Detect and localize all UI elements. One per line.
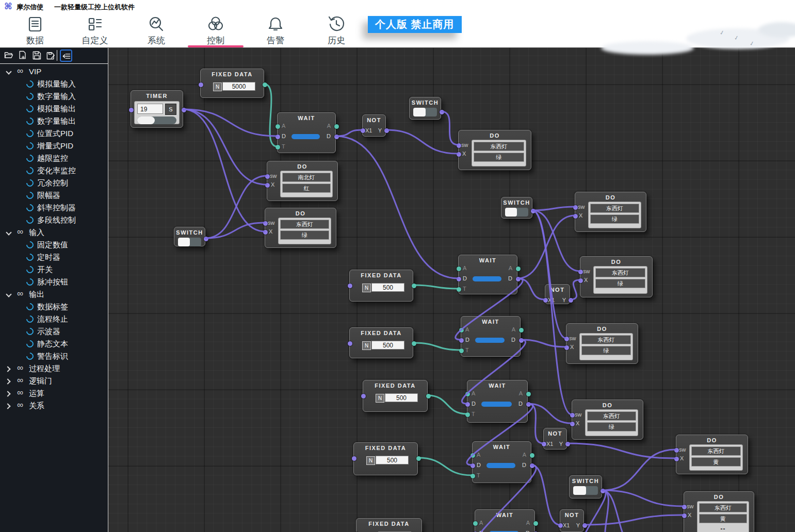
port-in[interactable] (199, 82, 203, 87)
port-Al[interactable] (473, 521, 478, 526)
port-Dl[interactable] (459, 338, 464, 343)
port-out[interactable] (204, 237, 208, 241)
tree-item-脉冲按钮[interactable]: 脉冲按钮 (0, 276, 108, 288)
switch-toggle[interactable] (505, 208, 528, 217)
port-out[interactable] (412, 341, 416, 346)
tree-group-输入[interactable]: ∞输入 (0, 226, 108, 239)
port-out[interactable] (416, 456, 421, 461)
switch-toggle[interactable] (413, 108, 437, 117)
port-in[interactable] (348, 284, 352, 288)
chevron-right-icon[interactable] (5, 366, 10, 372)
tree-item-定时器[interactable]: 定时器 (0, 251, 108, 263)
node-do[interactable]: DOswX东西灯黄-- (684, 491, 754, 532)
tree-item-模拟量输入[interactable]: 模拟量输入 (0, 78, 108, 90)
port-in[interactable] (361, 128, 365, 133)
timer-value-field[interactable]: 19 (137, 104, 163, 114)
port-sw[interactable] (578, 270, 583, 274)
port-sw[interactable] (263, 221, 268, 226)
port-out[interactable] (412, 284, 416, 288)
fixed-value-field[interactable]: 500 (371, 341, 404, 350)
node-not[interactable]: NOTX1Y (560, 509, 584, 532)
node-fixed[interactable]: FIXED DATAN5000 (200, 69, 264, 98)
port-out[interactable] (263, 82, 267, 87)
port-sw[interactable] (674, 448, 679, 453)
port-in[interactable] (129, 108, 134, 112)
tab-历史[interactable]: 历史 (307, 13, 365, 47)
tree-item-越限监控[interactable]: 越限监控 (0, 152, 108, 164)
tree-item-变化率监控[interactable]: 变化率监控 (0, 164, 108, 177)
port-Ar[interactable] (533, 521, 538, 526)
port-Tl[interactable] (459, 348, 464, 353)
tab-自定义[interactable]: 自定义 (66, 13, 124, 47)
fixed-value-field[interactable]: 5000 (222, 82, 255, 91)
node-fixed[interactable]: FIXED DATAN (356, 518, 422, 532)
tree-item-位置式PID[interactable]: 位置式PID (0, 127, 108, 140)
port-Al[interactable] (457, 267, 461, 271)
node-not[interactable]: NOTX1Y (545, 284, 570, 304)
tree-item-限幅器[interactable]: 限幅器 (0, 189, 108, 202)
node-wait[interactable]: WAITADTAD (472, 441, 531, 483)
tree-item-数字量输入[interactable]: 数字量输入 (0, 90, 108, 103)
tree-item-流程终止[interactable]: 流程终止 (0, 313, 108, 325)
chevron-right-icon[interactable] (5, 391, 10, 396)
node-not[interactable]: NOTX1Y (362, 114, 386, 137)
port-out[interactable] (565, 442, 570, 446)
port-Dr[interactable] (530, 463, 534, 468)
tree-item-静态文本[interactable]: 静态文本 (0, 338, 108, 350)
tree-item-多段线控制[interactable]: 多段线控制 (0, 214, 108, 226)
node-fixed[interactable]: FIXED DATAN500 (353, 442, 418, 475)
save-button[interactable] (31, 49, 43, 62)
tab-数据[interactable]: 数据 (6, 13, 64, 47)
tree-item-数据标签[interactable]: 数据标签 (0, 301, 108, 313)
node-wait[interactable]: WAITADTAD (458, 255, 517, 294)
chevron-down-icon[interactable] (6, 291, 11, 297)
port-X[interactable] (265, 183, 270, 188)
tab-控制[interactable]: 控制 (187, 13, 245, 47)
fixed-value-field[interactable]: 500 (385, 393, 418, 402)
port-X[interactable] (674, 457, 679, 461)
tree-group-关系[interactable]: ∞关系 (0, 400, 108, 412)
node-do[interactable]: DOswX东西灯黄-- (676, 435, 748, 474)
port-Tl[interactable] (465, 412, 470, 417)
node-fixed[interactable]: FIXED DATAN500 (363, 380, 428, 412)
port-X[interactable] (682, 513, 687, 518)
node-switch[interactable]: SWITCH (409, 97, 441, 120)
tree-item-示波器[interactable]: 示波器 (0, 325, 108, 338)
port-sw[interactable] (573, 205, 578, 210)
tree-group-VIP[interactable]: ∞VIP (0, 65, 108, 78)
port-X[interactable] (578, 278, 583, 283)
port-Ar[interactable] (516, 267, 521, 271)
tree-group-输出[interactable]: ∞输出 (0, 288, 108, 301)
port-sw[interactable] (570, 413, 575, 418)
node-do[interactable]: DOswX南北灯红-- (267, 161, 338, 201)
node-switch[interactable]: SWITCH (569, 475, 602, 498)
node-wait[interactable]: WAITADTAD (467, 380, 528, 423)
save-as-button[interactable] (45, 49, 57, 62)
port-Ar[interactable] (530, 453, 534, 458)
port-X[interactable] (457, 152, 461, 157)
port-out[interactable] (182, 108, 186, 112)
node-fixed[interactable]: FIXED DATAN500 (349, 327, 413, 358)
tree-item-斜率控制器[interactable]: 斜率控制器 (0, 202, 108, 214)
port-out[interactable] (384, 128, 389, 133)
tree-item-固定数值[interactable]: 固定数值 (0, 239, 108, 251)
port-out[interactable] (569, 298, 573, 303)
port-Al[interactable] (459, 328, 464, 332)
tree-group-逻辑门[interactable]: ∞逻辑门 (0, 375, 108, 387)
port-out[interactable] (582, 523, 587, 528)
port-sw[interactable] (564, 337, 569, 341)
chevron-right-icon[interactable] (5, 403, 10, 409)
node-do[interactable]: DOswX东西灯绿-- (566, 323, 638, 364)
port-sw[interactable] (457, 143, 461, 148)
port-Al[interactable] (465, 392, 470, 396)
node-timer[interactable]: TIMER19S (131, 90, 183, 128)
tree-item-模拟量输出[interactable]: 模拟量输出 (0, 103, 108, 115)
port-X[interactable] (564, 345, 569, 350)
node-switch[interactable]: SWITCH (174, 227, 205, 246)
node-do[interactable]: DOswX东西灯绿-- (580, 256, 653, 297)
port-X[interactable] (570, 422, 575, 426)
port-Dr[interactable] (334, 135, 339, 139)
port-in[interactable] (543, 298, 548, 303)
node-wait[interactable]: WAITADTAD (461, 316, 521, 357)
port-Tl[interactable] (457, 287, 461, 292)
